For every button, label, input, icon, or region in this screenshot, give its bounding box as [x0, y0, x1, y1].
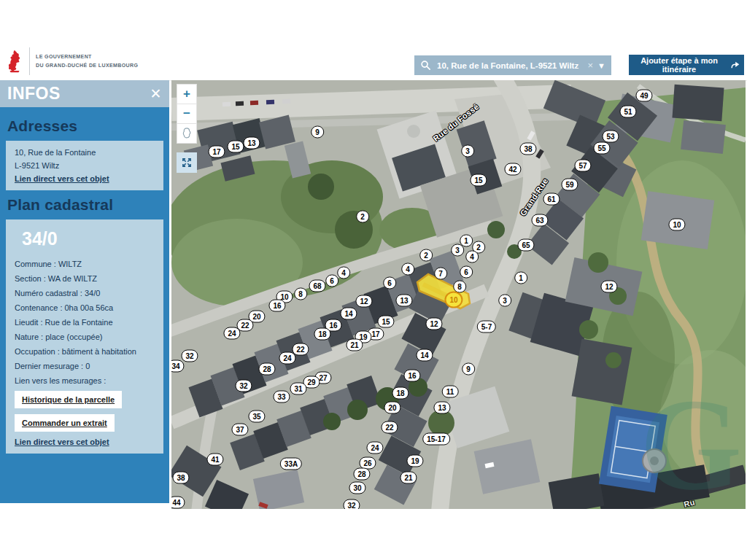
luxembourg-outline-icon	[179, 126, 194, 141]
parcel-detail-mesurage: Dernier mesurage : 0	[15, 362, 155, 370]
parcel-detail-section: Section : WA de WILTZ	[15, 274, 155, 283]
info-panel-body: Adresses 10, Rue de la Fontaine L-9521 W…	[0, 107, 169, 503]
parcel-card: 34/0 Commune : WILTZ Section : WA de WIL…	[6, 219, 163, 454]
address-line2: L-9521 Wiltz	[15, 161, 155, 170]
geoportal-watermark: G	[640, 372, 742, 509]
clear-search-icon[interactable]: ×	[588, 60, 594, 71]
address-card: 10, Rue de la Fontaine L-9521 Wiltz Lien…	[6, 141, 163, 190]
address-line1: 10, Rue de la Fontaine	[15, 148, 155, 157]
fullscreen-arrows-icon	[180, 156, 193, 169]
adresses-heading: Adresses	[7, 117, 163, 135]
app-header: Le Gouvernement du Grand-Duché de Luxemb…	[0, 42, 747, 81]
aerial-imagery: G	[171, 80, 746, 509]
map-controls: + −	[177, 85, 197, 173]
parcel-detail-commune: Commune : WILTZ	[15, 260, 155, 268]
add-route-button[interactable]: Ajouter étape à mon itinéraire	[629, 55, 744, 75]
gov-logo-line2: du Grand-Duché de Luxembourg	[36, 61, 138, 70]
route-arrow-icon	[730, 60, 740, 70]
parcel-number: 34/0	[22, 228, 155, 249]
parcel-detail-occupation: Occupation : bâtiment à habitation	[15, 347, 155, 356]
parcel-detail-lieudit: Lieudit : Rue de la Fontaine	[15, 318, 155, 327]
search-bar[interactable]: × ▼	[414, 55, 611, 75]
search-icon	[420, 60, 431, 71]
info-panel-header: INFOS ✕	[0, 80, 169, 107]
parcel-direct-link[interactable]: Lien direct vers cet objet	[15, 438, 109, 446]
geoportal-page: Le Gouvernement du Grand-Duché de Luxemb…	[0, 0, 747, 560]
luxembourg-lion-icon	[6, 49, 23, 74]
cadastre-heading: Plan cadastral	[7, 196, 163, 214]
close-panel-icon[interactable]: ✕	[150, 87, 162, 101]
gov-logo-text: Le Gouvernement du Grand-Duché de Luxemb…	[36, 52, 138, 70]
info-panel-title: INFOS	[7, 84, 61, 104]
zoom-out-button[interactable]: −	[177, 104, 197, 124]
parcel-detail-nature: Nature : place (occupée)	[15, 332, 155, 341]
order-extract-button[interactable]: Commander un extrait	[15, 414, 115, 432]
map-canvas[interactable]: G Rue du FosséGrand-RueRu 17151392234668…	[171, 80, 746, 509]
zoom-in-button[interactable]: +	[177, 84, 197, 104]
country-extent-button[interactable]	[177, 123, 197, 144]
gov-logo: Le Gouvernement du Grand-Duché de Luxemb…	[6, 47, 138, 75]
gov-logo-line1: Le Gouvernement	[36, 52, 138, 61]
address-direct-link[interactable]: Lien direct vers cet objet	[15, 174, 109, 183]
add-route-label: Ajouter étape à mon itinéraire	[633, 56, 725, 74]
logo-divider	[29, 47, 30, 75]
parcel-detail-lien-mesurages: Lien vers les mesurages :	[15, 376, 155, 385]
search-input[interactable]	[436, 61, 584, 71]
parcel-detail-contenance: Contenance : 0ha 00a 56ca	[15, 303, 155, 312]
parcel-history-button[interactable]: Historique de la parcelle	[15, 391, 122, 408]
main-area: G Rue du FosséGrand-RueRu 17151392234668…	[0, 80, 747, 509]
info-panel: INFOS ✕ Adresses 10, Rue de la Fontaine …	[0, 80, 169, 503]
fullscreen-button[interactable]	[177, 152, 197, 173]
filter-icon[interactable]: ▼	[597, 61, 605, 70]
parcel-detail-numero: Numéro cadastral : 34/0	[15, 289, 155, 298]
